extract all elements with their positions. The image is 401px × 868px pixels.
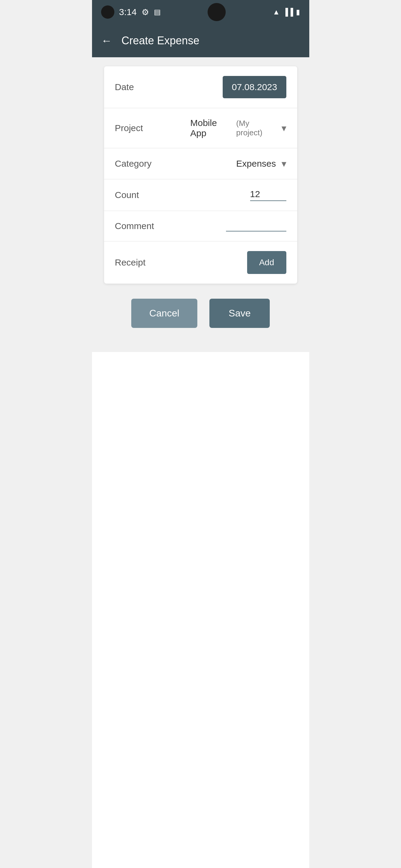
project-row: Project Mobile App (My project) ▾ — [104, 108, 297, 148]
comment-input[interactable] — [226, 221, 286, 231]
back-arrow-icon: ← — [102, 34, 112, 47]
category-value: Expenses — [236, 158, 276, 169]
receipt-value-container: Add — [191, 251, 286, 274]
comment-value-container — [191, 221, 286, 231]
status-time: 3:14 — [119, 7, 137, 17]
project-select[interactable]: Mobile App (My project) ▾ — [191, 118, 286, 138]
status-circle-left — [101, 5, 114, 19]
receipt-label: Receipt — [115, 257, 191, 268]
category-row: Category Expenses ▾ — [104, 148, 297, 179]
sd-card-icon: ▤ — [154, 8, 161, 16]
status-bar-center — [208, 3, 226, 21]
count-label: Count — [115, 190, 191, 200]
project-dropdown-icon: ▾ — [282, 122, 286, 134]
app-bar: ← Create Expense — [92, 24, 309, 57]
project-subtitle: (My project) — [236, 119, 276, 137]
category-value-container: Expenses ▾ — [191, 158, 286, 169]
signal-icon: ▐▐ — [283, 8, 293, 16]
project-label: Project — [115, 123, 191, 133]
category-dropdown-icon: ▾ — [282, 158, 286, 169]
cancel-button[interactable]: Cancel — [131, 299, 198, 328]
category-select[interactable]: Expenses ▾ — [236, 158, 286, 169]
count-input-area: 12 — [250, 189, 286, 201]
count-row: Count 12 — [104, 179, 297, 211]
date-row: Date 07.08.2023 — [104, 66, 297, 108]
date-label: Date — [115, 82, 191, 92]
date-value-container[interactable]: 07.08.2023 — [191, 76, 286, 98]
date-badge[interactable]: 07.08.2023 — [223, 76, 286, 98]
count-value-container: 12 — [191, 189, 286, 201]
project-name: Mobile App — [191, 118, 233, 138]
back-button[interactable]: ← — [99, 33, 114, 48]
settings-icon: ⚙ — [142, 7, 149, 17]
project-value-container: Mobile App (My project) ▾ — [191, 118, 286, 138]
status-circle-center — [208, 3, 226, 21]
status-bar-left: 3:14 ⚙ ▤ — [101, 5, 161, 19]
comment-input-area — [191, 221, 286, 231]
status-bar: 3:14 ⚙ ▤ ▲ ▐▐ ▮ — [92, 0, 309, 24]
battery-icon: ▮ — [296, 8, 300, 16]
action-buttons: Cancel Save — [104, 284, 297, 343]
receipt-row: Receipt Add — [104, 241, 297, 284]
status-bar-right: ▲ ▐▐ ▮ — [273, 8, 300, 16]
save-button[interactable]: Save — [209, 299, 270, 328]
wifi-icon: ▲ — [273, 8, 280, 16]
comment-row: Comment — [104, 211, 297, 241]
content-area: Date 07.08.2023 Project Mobile App (My p… — [92, 57, 309, 352]
category-label: Category — [115, 158, 191, 169]
comment-label: Comment — [115, 221, 191, 231]
count-input[interactable]: 12 — [250, 189, 286, 201]
form-card: Date 07.08.2023 Project Mobile App (My p… — [104, 66, 297, 284]
add-receipt-button[interactable]: Add — [247, 251, 286, 274]
page-title: Create Expense — [122, 34, 199, 47]
